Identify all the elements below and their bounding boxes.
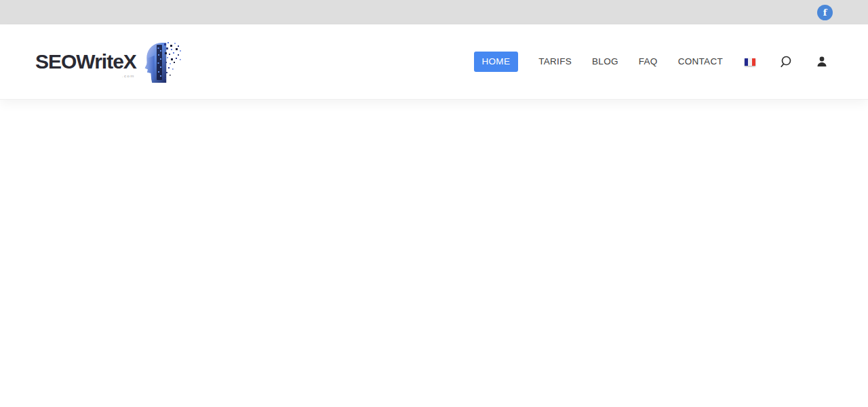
french-flag-icon[interactable] bbox=[745, 58, 755, 66]
logo-text: SEOWriteX bbox=[35, 50, 136, 73]
search-icon[interactable] bbox=[780, 55, 794, 69]
nav-item-faq[interactable]: FAQ bbox=[639, 57, 658, 66]
logo-text-wrap: SEOWriteX .com bbox=[35, 52, 136, 72]
nav-item-contact[interactable]: CONTACT bbox=[678, 57, 723, 66]
facebook-icon[interactable]: f bbox=[817, 5, 833, 20]
main-nav: HOME TARIFS BLOG FAQ CONTACT bbox=[474, 52, 829, 72]
logo[interactable]: SEOWriteX .com bbox=[35, 41, 182, 83]
nav-item-home[interactable]: HOME bbox=[474, 52, 519, 72]
topbar: f bbox=[0, 0, 868, 24]
site-header: SEOWriteX .com bbox=[0, 24, 868, 99]
page-body bbox=[0, 99, 868, 407]
user-icon[interactable] bbox=[816, 56, 828, 68]
nav-item-blog[interactable]: BLOG bbox=[592, 57, 618, 66]
logo-suffix: .com bbox=[122, 74, 135, 78]
nav-item-tarifs[interactable]: TARIFS bbox=[538, 57, 572, 66]
ai-head-image bbox=[139, 41, 182, 83]
